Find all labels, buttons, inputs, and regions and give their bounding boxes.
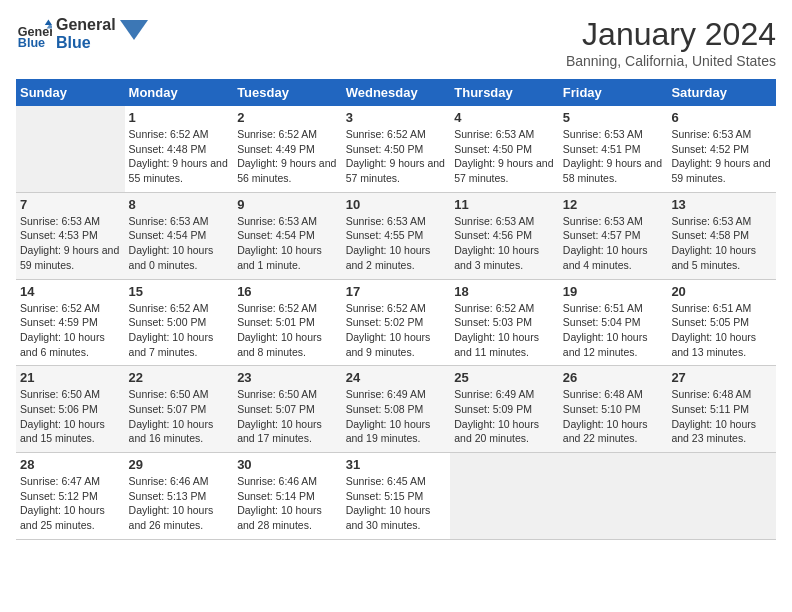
- calendar-cell: [16, 106, 125, 192]
- day-info: Sunrise: 6:53 AM Sunset: 4:54 PM Dayligh…: [237, 214, 338, 273]
- calendar-cell: 9 Sunrise: 6:53 AM Sunset: 4:54 PM Dayli…: [233, 192, 342, 279]
- day-number: 20: [671, 284, 772, 299]
- calendar-cell: 28 Sunrise: 6:47 AM Sunset: 5:12 PM Dayl…: [16, 453, 125, 540]
- day-of-week-header: Wednesday: [342, 79, 451, 106]
- calendar-cell: 16 Sunrise: 6:52 AM Sunset: 5:01 PM Dayl…: [233, 279, 342, 366]
- calendar-title: January 2024: [566, 16, 776, 53]
- day-info: Sunrise: 6:52 AM Sunset: 4:48 PM Dayligh…: [129, 127, 230, 186]
- day-number: 11: [454, 197, 555, 212]
- svg-marker-2: [45, 20, 52, 25]
- calendar-cell: 2 Sunrise: 6:52 AM Sunset: 4:49 PM Dayli…: [233, 106, 342, 192]
- calendar-header-row: SundayMondayTuesdayWednesdayThursdayFrid…: [16, 79, 776, 106]
- day-info: Sunrise: 6:51 AM Sunset: 5:04 PM Dayligh…: [563, 301, 664, 360]
- day-info: Sunrise: 6:53 AM Sunset: 4:56 PM Dayligh…: [454, 214, 555, 273]
- logo-icon: General Blue: [16, 16, 52, 52]
- day-info: Sunrise: 6:48 AM Sunset: 5:11 PM Dayligh…: [671, 387, 772, 446]
- day-number: 10: [346, 197, 447, 212]
- svg-text:Blue: Blue: [18, 36, 45, 50]
- day-of-week-header: Friday: [559, 79, 668, 106]
- day-number: 8: [129, 197, 230, 212]
- day-info: Sunrise: 6:47 AM Sunset: 5:12 PM Dayligh…: [20, 474, 121, 533]
- calendar-cell: 19 Sunrise: 6:51 AM Sunset: 5:04 PM Dayl…: [559, 279, 668, 366]
- day-number: 17: [346, 284, 447, 299]
- calendar-table: SundayMondayTuesdayWednesdayThursdayFrid…: [16, 79, 776, 540]
- day-info: Sunrise: 6:53 AM Sunset: 4:50 PM Dayligh…: [454, 127, 555, 186]
- day-number: 4: [454, 110, 555, 125]
- day-info: Sunrise: 6:53 AM Sunset: 4:54 PM Dayligh…: [129, 214, 230, 273]
- calendar-cell: 1 Sunrise: 6:52 AM Sunset: 4:48 PM Dayli…: [125, 106, 234, 192]
- calendar-cell: 22 Sunrise: 6:50 AM Sunset: 5:07 PM Dayl…: [125, 366, 234, 453]
- day-number: 18: [454, 284, 555, 299]
- day-number: 28: [20, 457, 121, 472]
- calendar-cell: 10 Sunrise: 6:53 AM Sunset: 4:55 PM Dayl…: [342, 192, 451, 279]
- day-number: 16: [237, 284, 338, 299]
- day-info: Sunrise: 6:48 AM Sunset: 5:10 PM Dayligh…: [563, 387, 664, 446]
- day-of-week-header: Thursday: [450, 79, 559, 106]
- calendar-cell: 25 Sunrise: 6:49 AM Sunset: 5:09 PM Dayl…: [450, 366, 559, 453]
- day-info: Sunrise: 6:53 AM Sunset: 4:57 PM Dayligh…: [563, 214, 664, 273]
- calendar-cell: 11 Sunrise: 6:53 AM Sunset: 4:56 PM Dayl…: [450, 192, 559, 279]
- calendar-cell: 5 Sunrise: 6:53 AM Sunset: 4:51 PM Dayli…: [559, 106, 668, 192]
- day-number: 7: [20, 197, 121, 212]
- day-info: Sunrise: 6:52 AM Sunset: 5:03 PM Dayligh…: [454, 301, 555, 360]
- calendar-cell: 29 Sunrise: 6:46 AM Sunset: 5:13 PM Dayl…: [125, 453, 234, 540]
- calendar-cell: 17 Sunrise: 6:52 AM Sunset: 5:02 PM Dayl…: [342, 279, 451, 366]
- calendar-body: 1 Sunrise: 6:52 AM Sunset: 4:48 PM Dayli…: [16, 106, 776, 539]
- title-block: January 2024 Banning, California, United…: [566, 16, 776, 69]
- calendar-cell: 14 Sunrise: 6:52 AM Sunset: 4:59 PM Dayl…: [16, 279, 125, 366]
- day-of-week-header: Saturday: [667, 79, 776, 106]
- day-number: 5: [563, 110, 664, 125]
- logo-text-general: General: [56, 16, 116, 34]
- logo-text-blue: Blue: [56, 34, 116, 52]
- calendar-week-row: 28 Sunrise: 6:47 AM Sunset: 5:12 PM Dayl…: [16, 453, 776, 540]
- day-number: 19: [563, 284, 664, 299]
- day-info: Sunrise: 6:53 AM Sunset: 4:55 PM Dayligh…: [346, 214, 447, 273]
- calendar-cell: [559, 453, 668, 540]
- calendar-cell: 3 Sunrise: 6:52 AM Sunset: 4:50 PM Dayli…: [342, 106, 451, 192]
- calendar-week-row: 7 Sunrise: 6:53 AM Sunset: 4:53 PM Dayli…: [16, 192, 776, 279]
- calendar-cell: 21 Sunrise: 6:50 AM Sunset: 5:06 PM Dayl…: [16, 366, 125, 453]
- calendar-cell: 18 Sunrise: 6:52 AM Sunset: 5:03 PM Dayl…: [450, 279, 559, 366]
- day-number: 31: [346, 457, 447, 472]
- day-info: Sunrise: 6:53 AM Sunset: 4:53 PM Dayligh…: [20, 214, 121, 273]
- day-info: Sunrise: 6:53 AM Sunset: 4:51 PM Dayligh…: [563, 127, 664, 186]
- day-info: Sunrise: 6:50 AM Sunset: 5:07 PM Dayligh…: [237, 387, 338, 446]
- day-info: Sunrise: 6:50 AM Sunset: 5:07 PM Dayligh…: [129, 387, 230, 446]
- page-header: General Blue General Blue January 2024 B…: [16, 16, 776, 69]
- day-of-week-header: Tuesday: [233, 79, 342, 106]
- day-info: Sunrise: 6:52 AM Sunset: 4:59 PM Dayligh…: [20, 301, 121, 360]
- logo-arrow-icon: [120, 20, 148, 48]
- day-info: Sunrise: 6:49 AM Sunset: 5:08 PM Dayligh…: [346, 387, 447, 446]
- day-info: Sunrise: 6:46 AM Sunset: 5:13 PM Dayligh…: [129, 474, 230, 533]
- calendar-cell: 26 Sunrise: 6:48 AM Sunset: 5:10 PM Dayl…: [559, 366, 668, 453]
- calendar-week-row: 14 Sunrise: 6:52 AM Sunset: 4:59 PM Dayl…: [16, 279, 776, 366]
- svg-marker-4: [120, 20, 148, 40]
- day-info: Sunrise: 6:52 AM Sunset: 5:00 PM Dayligh…: [129, 301, 230, 360]
- day-of-week-header: Monday: [125, 79, 234, 106]
- calendar-cell: 6 Sunrise: 6:53 AM Sunset: 4:52 PM Dayli…: [667, 106, 776, 192]
- day-number: 26: [563, 370, 664, 385]
- calendar-cell: 31 Sunrise: 6:45 AM Sunset: 5:15 PM Dayl…: [342, 453, 451, 540]
- day-info: Sunrise: 6:52 AM Sunset: 5:01 PM Dayligh…: [237, 301, 338, 360]
- calendar-cell: 7 Sunrise: 6:53 AM Sunset: 4:53 PM Dayli…: [16, 192, 125, 279]
- day-info: Sunrise: 6:46 AM Sunset: 5:14 PM Dayligh…: [237, 474, 338, 533]
- day-info: Sunrise: 6:52 AM Sunset: 4:50 PM Dayligh…: [346, 127, 447, 186]
- calendar-cell: 12 Sunrise: 6:53 AM Sunset: 4:57 PM Dayl…: [559, 192, 668, 279]
- day-number: 1: [129, 110, 230, 125]
- day-info: Sunrise: 6:50 AM Sunset: 5:06 PM Dayligh…: [20, 387, 121, 446]
- day-number: 27: [671, 370, 772, 385]
- day-number: 3: [346, 110, 447, 125]
- day-info: Sunrise: 6:52 AM Sunset: 4:49 PM Dayligh…: [237, 127, 338, 186]
- calendar-cell: 20 Sunrise: 6:51 AM Sunset: 5:05 PM Dayl…: [667, 279, 776, 366]
- day-of-week-header: Sunday: [16, 79, 125, 106]
- calendar-cell: 30 Sunrise: 6:46 AM Sunset: 5:14 PM Dayl…: [233, 453, 342, 540]
- day-info: Sunrise: 6:49 AM Sunset: 5:09 PM Dayligh…: [454, 387, 555, 446]
- calendar-cell: 24 Sunrise: 6:49 AM Sunset: 5:08 PM Dayl…: [342, 366, 451, 453]
- logo: General Blue General Blue: [16, 16, 148, 52]
- day-info: Sunrise: 6:53 AM Sunset: 4:58 PM Dayligh…: [671, 214, 772, 273]
- calendar-subtitle: Banning, California, United States: [566, 53, 776, 69]
- calendar-cell: [667, 453, 776, 540]
- calendar-cell: 15 Sunrise: 6:52 AM Sunset: 5:00 PM Dayl…: [125, 279, 234, 366]
- day-number: 23: [237, 370, 338, 385]
- day-number: 9: [237, 197, 338, 212]
